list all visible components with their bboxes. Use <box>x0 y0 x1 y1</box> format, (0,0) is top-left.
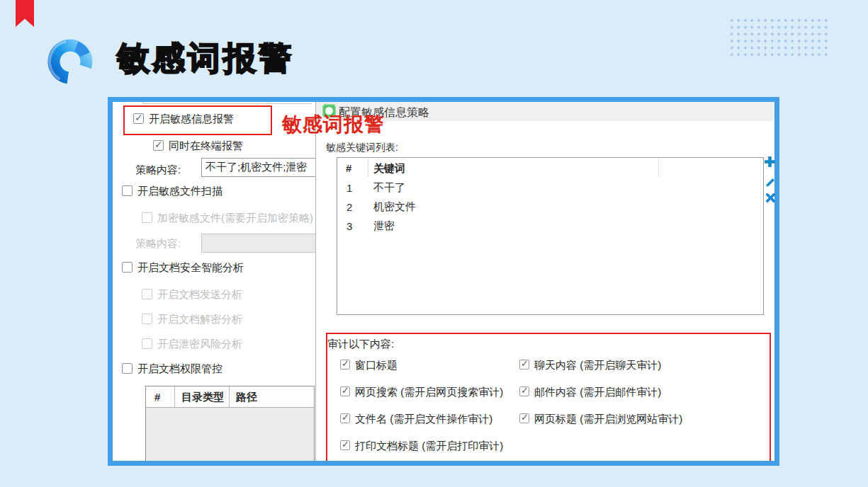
directory-table[interactable]: # 目录类型 路径 <box>145 386 315 461</box>
frame-border <box>774 97 779 466</box>
pencil-icon <box>766 178 774 187</box>
checkbox-window-title[interactable] <box>340 360 350 369</box>
frame-border <box>108 461 779 466</box>
keyword-table[interactable]: # 关键词 1 不干了 2 机密文件 3 泄密 <box>337 157 764 315</box>
plus-icon <box>765 156 775 167</box>
frame-border <box>108 97 779 102</box>
checkbox-print-doc-title[interactable] <box>340 440 350 450</box>
policy-content-input-2[interactable] <box>201 234 316 253</box>
keyword-list-label: 敏感关键词列表: <box>326 142 398 154</box>
keyword-row-word[interactable]: 泄密 <box>373 219 395 233</box>
policy-content-label-2: 策略内容: <box>135 237 181 251</box>
checkbox-web-search[interactable] <box>340 386 350 396</box>
app-logo-icon <box>43 33 98 88</box>
frame-border <box>108 97 113 466</box>
dialog-titlebar: 配置敏感信息策略 <box>316 102 774 121</box>
checkbox-doc-permission-control[interactable] <box>122 363 133 374</box>
checkbox-label: 开启文档发送分析 <box>157 288 242 302</box>
sensitive-policy-dialog: 配置敏感信息策略 敏感关键词列表: # 关键词 1 不干了 2 机密文件 3 泄… <box>316 102 774 461</box>
audit-item-label: 打印文档标题 (需开启打印审计) <box>355 440 503 453</box>
checkbox-web-title[interactable] <box>519 413 529 423</box>
keyword-row-word[interactable]: 不干了 <box>373 181 405 195</box>
keyword-row-word[interactable]: 机密文件 <box>373 200 416 214</box>
slide: 敏感词报警 开启敏感信息报警 同时在终端报警 策略内容: 开启敏感文件扫描 加密… <box>0 0 868 487</box>
delete-keyword-button[interactable] <box>765 192 777 204</box>
checkbox-leak-risk-analysis[interactable] <box>142 338 152 349</box>
dot-pattern <box>728 17 832 58</box>
cutoff-control <box>143 102 312 104</box>
edit-keyword-button[interactable] <box>765 176 777 188</box>
corner-ribbon-icon <box>16 0 34 27</box>
checkbox-chat-content[interactable] <box>519 360 529 369</box>
checkbox-label: 开启文档安全智能分析 <box>137 261 244 275</box>
checkbox-terminal-alert[interactable] <box>153 140 164 151</box>
audit-item-label: 聊天内容 (需开启聊天审计) <box>534 359 661 372</box>
checkbox-label: 同时在终端报警 <box>169 139 243 153</box>
column-divider <box>658 159 659 177</box>
annotation-text: 敏感词报警 <box>282 111 385 138</box>
red-highlight-box <box>123 105 272 135</box>
column-header-index: # <box>154 391 160 403</box>
page-title: 敏感词报警 <box>117 37 294 81</box>
policy-settings-panel: 开启敏感信息报警 同时在终端报警 策略内容: 开启敏感文件扫描 加密敏感文件(需… <box>113 102 316 461</box>
column-header-type: 目录类型 <box>181 391 224 404</box>
checkbox-encrypt-sensitive-file[interactable] <box>142 212 152 223</box>
keyword-row-index[interactable]: 2 <box>346 201 352 213</box>
audit-item-label: 文件名 (需开启文件操作审计) <box>355 413 492 426</box>
checkbox-label: 开启泄密风险分析 <box>157 338 242 351</box>
column-header-path: 路径 <box>236 391 257 404</box>
audit-item-label: 网页搜索 (需开启网页搜索审计) <box>355 386 503 399</box>
column-divider <box>229 386 230 408</box>
checkbox-doc-send-analysis[interactable] <box>142 289 152 299</box>
add-keyword-button[interactable] <box>764 156 776 168</box>
column-header-index: # <box>346 162 351 174</box>
keyword-row-index[interactable]: 3 <box>346 220 352 232</box>
policy-content-label: 策略内容: <box>135 164 181 177</box>
checkbox-label: 开启文档权限管控 <box>137 362 222 376</box>
keyword-row-index[interactable]: 1 <box>346 182 352 194</box>
column-header-keyword: 关键词 <box>373 162 405 176</box>
checkbox-sensitive-file-scan[interactable] <box>122 185 133 196</box>
column-divider <box>174 386 175 408</box>
audit-item-label: 邮件内容 (需开启邮件审计) <box>534 386 661 399</box>
checkbox-label: 加密敏感文件(需要开启加密策略) <box>157 212 313 225</box>
audit-item-label: 网页标题 (需开启浏览网站审计) <box>534 413 682 426</box>
checkbox-mail-content[interactable] <box>519 386 529 396</box>
checkbox-label: 开启文档解密分析 <box>157 313 242 326</box>
audit-section-label: 审计以下内容: <box>327 338 394 351</box>
checkbox-doc-decrypt-analysis[interactable] <box>142 314 152 324</box>
checkbox-label: 开启敏感文件扫描 <box>137 185 222 198</box>
audit-item-label: 窗口标题 <box>355 359 398 372</box>
policy-content-input[interactable] <box>201 158 316 177</box>
directory-table-header <box>146 386 314 408</box>
column-divider <box>368 159 368 177</box>
screenshot-frame: 开启敏感信息报警 同时在终端报警 策略内容: 开启敏感文件扫描 加密敏感文件(需… <box>108 97 779 466</box>
checkbox-file-name[interactable] <box>340 413 350 423</box>
checkbox-doc-smart-analysis[interactable] <box>122 262 133 273</box>
x-icon <box>766 193 776 203</box>
